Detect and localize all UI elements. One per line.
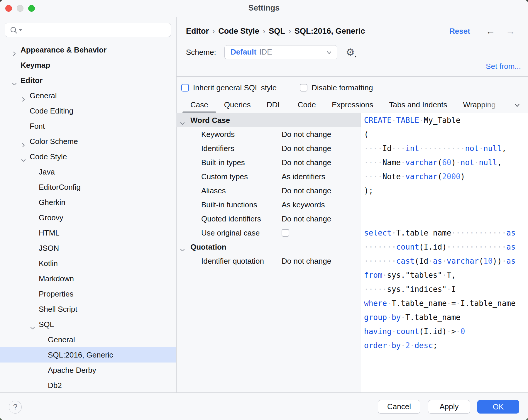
search-field[interactable] (5, 23, 171, 37)
breadcrumb-item-sql-2016-generic[interactable]: SQL:2016, Generic (295, 27, 365, 35)
sidebar-item-shell-script[interactable]: Shell Script (0, 302, 176, 317)
setting-value-built-in-functions[interactable]: As keywords (282, 198, 325, 212)
sidebar-item-apache-derby[interactable]: Apache Derby (0, 363, 176, 378)
tab-expressions[interactable]: Expressions (324, 97, 381, 113)
breadcrumb-separator: › (259, 27, 269, 35)
breadcrumb-item-editor[interactable]: Editor (186, 27, 209, 35)
code-line: select·T.table_name············as (361, 226, 528, 240)
sidebar-item-label: General (30, 91, 57, 100)
apply-button[interactable]: Apply (428, 400, 470, 414)
code-line: ·······count(I.id)·············as (361, 240, 528, 254)
setting-value-identifiers[interactable]: Do not change (282, 141, 331, 155)
setting-value-identifier-quotation[interactable]: Do not change (282, 254, 331, 268)
chevron-down-icon[interactable] (11, 81, 18, 87)
sidebar-item-editorconfig[interactable]: EditorConfig (0, 179, 176, 195)
scheme-select[interactable]: DefaultIDE (224, 45, 337, 59)
sidebar-item-label: General (48, 335, 75, 344)
sidebar-item-groovy[interactable]: Groovy (0, 210, 176, 225)
sidebar-item-label: Properties (39, 289, 74, 298)
inherit-sql-style-checkbox[interactable] (181, 84, 189, 92)
group-header-quotation[interactable]: Quotation (176, 240, 361, 254)
code-preview: CREATE·TABLE·My_Table(····Id···int······… (361, 113, 528, 392)
chevron-right-icon[interactable] (11, 50, 18, 57)
tab-tabs-and-indents[interactable]: Tabs and Indents (381, 97, 455, 113)
code-line: ·······cast(Id·as·varchar(10))·as (361, 254, 528, 268)
tab-queries[interactable]: Queries (216, 97, 259, 113)
scheme-gear-button[interactable]: ⚙ (344, 46, 357, 59)
code-line: ·····sys."indices"·I (361, 282, 528, 296)
reset-link[interactable]: Reset (449, 25, 470, 37)
breadcrumb-separator: › (209, 27, 218, 35)
sidebar-item-properties[interactable]: Properties (0, 286, 176, 302)
sidebar-item-font[interactable]: Font (0, 118, 176, 134)
sidebar-item-appearance-behavior[interactable]: Appearance & Behavior (0, 42, 176, 57)
setting-checkbox-use-original-case[interactable] (282, 229, 289, 237)
tab-overflow-button[interactable] (513, 101, 523, 110)
help-button[interactable]: ? (9, 401, 22, 414)
sidebar-item-general[interactable]: General (0, 332, 176, 347)
tab-ddl[interactable]: DDL (259, 97, 290, 113)
settings-table: Word CaseKeywordsDo not changeIdentifier… (176, 113, 361, 268)
sidebar-item-editor[interactable]: Editor (0, 73, 176, 88)
chevron-down-icon[interactable] (29, 325, 36, 331)
sidebar-item-json[interactable]: JSON (0, 241, 176, 256)
sidebar-item-kotlin[interactable]: Kotlin (0, 256, 176, 271)
sidebar-item-java[interactable]: Java (0, 164, 176, 179)
tab-wrapping[interactable]: Wrapping (455, 97, 504, 113)
sidebar-item-label: Keymap (21, 61, 50, 70)
sidebar-item-label: Db2 (48, 381, 62, 390)
breadcrumb-item-code-style[interactable]: Code Style (218, 27, 259, 35)
setting-label: Aliases (201, 184, 226, 198)
setting-row-identifiers: IdentifiersDo not change (176, 141, 361, 155)
forward-arrow-button[interactable]: → (504, 25, 517, 38)
sidebar-item-gherkin[interactable]: Gherkin (0, 195, 176, 210)
tab-case[interactable]: Case (182, 97, 216, 113)
sidebar-item-label: Font (30, 122, 45, 131)
group-header-word-case[interactable]: Word Case (176, 113, 361, 127)
disable-formatting-checkbox[interactable] (300, 84, 307, 92)
titlebar: Settings (0, 0, 528, 16)
code-line: ( (361, 127, 528, 141)
setting-row-use-original-case: Use original case (176, 226, 361, 240)
code-line: ····Id···int··········not·null, (361, 141, 528, 155)
sidebar-item-code-style[interactable]: Code Style (0, 149, 176, 164)
chevron-down-icon[interactable] (179, 120, 186, 127)
search-history-caret-icon[interactable] (19, 29, 22, 31)
tab-code[interactable]: Code (290, 97, 324, 113)
sidebar-item-label: SQL (39, 320, 54, 329)
gear-dropdown-icon (354, 56, 356, 58)
sidebar-item-code-editing[interactable]: Code Editing (0, 103, 176, 118)
cancel-button[interactable]: Cancel (378, 400, 420, 414)
disable-formatting-option: Disable formatting (300, 83, 373, 92)
setting-value-aliases[interactable]: Do not change (282, 184, 331, 198)
chevron-down-icon[interactable] (179, 247, 186, 253)
sidebar-item-sql-2016-generic[interactable]: SQL:2016, Generic (0, 347, 176, 363)
breadcrumb-item-sql[interactable]: SQL (269, 27, 285, 35)
setting-value-custom-types[interactable]: As identifiers (282, 170, 325, 184)
setting-label: Custom types (201, 170, 248, 184)
code-line: having·count(I.id)·>·0 (361, 324, 528, 338)
chevron-right-icon[interactable] (20, 96, 27, 103)
setting-value-built-in-types[interactable]: Do not change (282, 155, 331, 170)
sidebar-item-general[interactable]: General (0, 88, 176, 103)
sidebar-item-markdown[interactable]: Markdown (0, 271, 176, 286)
setting-value-quoted-identifiers[interactable]: Do not change (282, 212, 331, 226)
code-line: CREATE·TABLE·My_Table (361, 113, 528, 127)
chevron-right-icon[interactable] (20, 142, 27, 148)
sidebar-item-db2[interactable]: Db2 (0, 378, 176, 392)
ok-button[interactable]: OK (477, 400, 519, 414)
setting-value-keywords[interactable]: Do not change (282, 127, 331, 141)
disable-formatting-label: Disable formatting (312, 83, 373, 92)
setting-row-identifier-quotation: Identifier quotationDo not change (176, 254, 361, 268)
back-arrow-button[interactable]: ← (484, 25, 497, 38)
search-input[interactable] (28, 24, 167, 35)
set-from-link[interactable]: Set from... (486, 60, 521, 72)
style-tabs: CaseQueriesDDLCodeExpressionsTabs and In… (182, 97, 503, 113)
chevron-down-icon[interactable] (20, 157, 27, 164)
sidebar-item-color-scheme[interactable]: Color Scheme (0, 134, 176, 149)
sidebar-item-keymap[interactable]: Keymap (0, 57, 176, 73)
sidebar-item-label: Apache Derby (48, 366, 96, 375)
sidebar-item-html[interactable]: HTML (0, 225, 176, 241)
sidebar-item-sql[interactable]: SQL (0, 317, 176, 332)
code-line (361, 212, 528, 226)
